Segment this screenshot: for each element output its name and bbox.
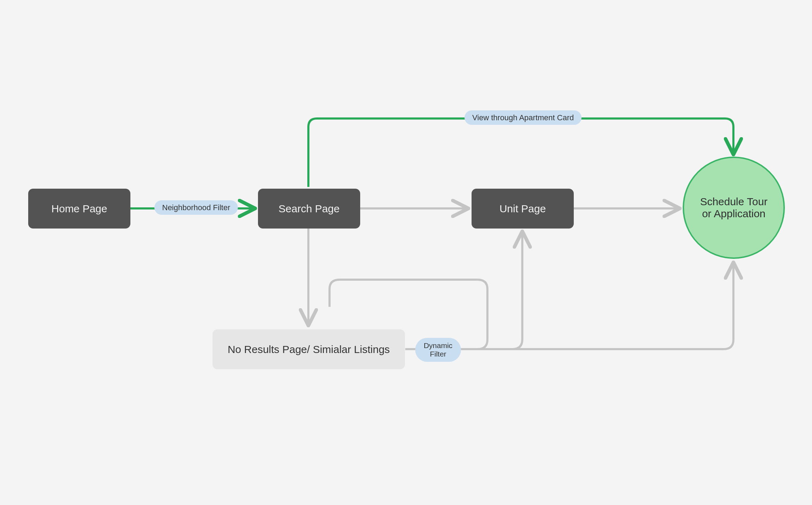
node-label: Unit Page [499,203,546,215]
edge-noresults-to-unit [430,233,522,349]
node-search-page: Search Page [258,189,360,229]
flow-diagram: Home Page Search Page Unit Page No Resul… [0,0,812,505]
node-unit-page: Unit Page [472,189,574,229]
edge-noresults-to-goal [463,264,733,349]
edge-label-dynamic-filter: Dynamic Filter [415,338,461,362]
node-label: No Results Page/ Simialar Listings [228,343,390,355]
pill-text: Dynamic Filter [420,341,456,358]
pill-text: View through Apartment Card [472,113,574,122]
node-home-page: Home Page [28,189,130,229]
edge-label-neighborhood-filter: Neighborhood Filter [154,200,238,215]
pill-text: Neighborhood Filter [162,203,230,212]
node-label: Schedule Tour or Application [695,196,773,220]
node-label: Home Page [51,203,107,215]
node-no-results: No Results Page/ Simialar Listings [213,329,405,369]
node-goal: Schedule Tour or Application [683,157,785,259]
diagram-edges [0,0,812,505]
edge-label-view-apartment-card: View through Apartment Card [465,110,582,125]
edge-search-to-goal-top [308,118,733,187]
node-label: Search Page [278,203,339,215]
